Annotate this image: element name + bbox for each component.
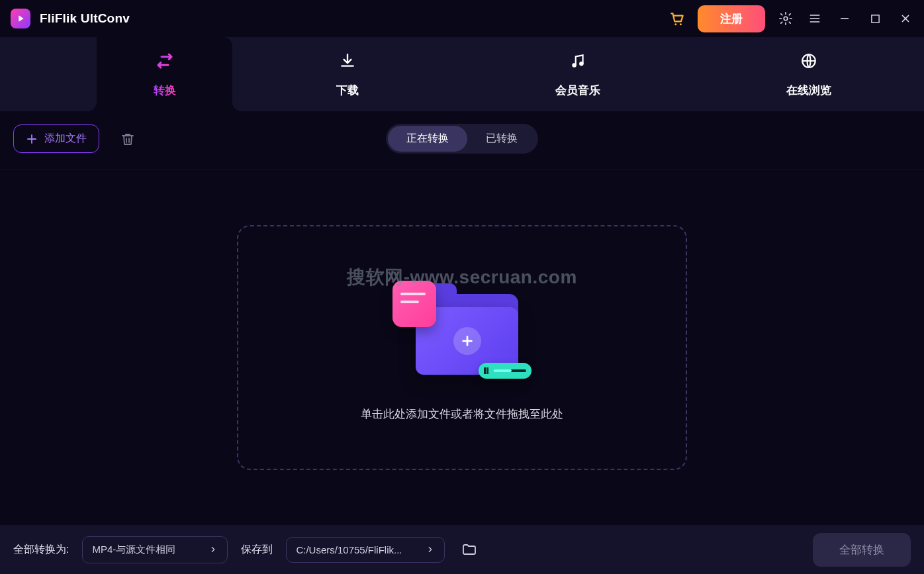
close-button[interactable] — [896, 9, 915, 28]
tab-convert[interactable]: 转换 — [97, 37, 232, 111]
status-tab-converted[interactable]: 已转换 — [467, 126, 536, 152]
tab-download[interactable]: 下载 — [232, 37, 463, 111]
gear-icon — [778, 11, 793, 26]
output-format-value: MP4-与源文件相同 — [92, 544, 175, 556]
tab-label: 下载 — [336, 83, 359, 98]
status-tabs: 正在转换 已转换 — [386, 124, 538, 154]
tab-label: 转换 — [154, 83, 176, 98]
app-title: FliFlik UltConv — [40, 11, 130, 26]
chevron-right-icon — [208, 545, 218, 554]
title-bar: FliFlik UltConv 注册 — [0, 0, 924, 37]
tab-label: 会员音乐 — [555, 83, 600, 98]
svg-point-0 — [674, 23, 676, 25]
output-path-value: C:/Users/10755/FliFlik... — [296, 544, 402, 555]
register-button[interactable]: 注册 — [698, 5, 765, 32]
cart-button[interactable] — [669, 10, 686, 27]
tab-music[interactable]: 会员音乐 — [463, 37, 693, 111]
delete-button[interactable] — [115, 126, 140, 152]
maximize-icon — [870, 14, 880, 24]
main-tabs: 转换 下载 会员音乐 在线浏览 — [0, 37, 924, 111]
svg-point-1 — [680, 23, 682, 25]
output-format-select[interactable]: MP4-与源文件相同 — [82, 536, 228, 563]
bottom-bar: 全部转换为: MP4-与源文件相同 保存到 C:/Users/10755/Fli… — [0, 525, 924, 574]
maximize-button[interactable] — [866, 9, 884, 28]
close-icon — [900, 13, 911, 24]
chevron-right-icon — [426, 545, 435, 554]
convert-to-label: 全部转换为: — [13, 543, 69, 557]
svg-point-5 — [580, 62, 584, 66]
toolbar: 添加文件 正在转换 已转换 — [0, 111, 924, 169]
download-icon — [338, 51, 357, 71]
save-to-label: 保存到 — [241, 543, 273, 557]
svg-point-2 — [784, 17, 788, 21]
hamburger-icon — [808, 12, 821, 25]
tab-browse[interactable]: 在线浏览 — [694, 37, 924, 111]
convert-all-button[interactable]: 全部转换 — [813, 533, 911, 567]
plus-icon — [26, 133, 38, 145]
svg-rect-3 — [871, 15, 878, 22]
music-icon — [568, 51, 588, 71]
minimize-button[interactable] — [835, 9, 854, 28]
add-file-label: 添加文件 — [44, 132, 87, 146]
app-logo-icon — [11, 9, 30, 28]
content-area: 单击此处添加文件或者将文件拖拽至此处 — [0, 169, 924, 526]
drop-zone-text: 单击此处添加文件或者将文件拖拽至此处 — [361, 407, 563, 422]
minimize-icon — [839, 13, 850, 24]
output-path-select[interactable]: C:/Users/10755/FliFlik... — [286, 537, 445, 563]
open-folder-button[interactable] — [458, 538, 481, 561]
menu-button[interactable] — [806, 10, 823, 27]
trash-icon — [120, 131, 136, 147]
cart-icon — [669, 10, 686, 27]
settings-button[interactable] — [777, 10, 794, 27]
status-tab-converting[interactable]: 正在转换 — [388, 126, 467, 152]
titlebar-actions: 注册 — [669, 5, 915, 32]
drop-zone[interactable]: 单击此处添加文件或者将文件拖拽至此处 — [237, 225, 687, 470]
tab-label: 在线浏览 — [786, 83, 831, 98]
globe-icon — [799, 51, 819, 71]
convert-icon — [155, 51, 175, 71]
add-file-button[interactable]: 添加文件 — [13, 124, 99, 153]
svg-point-4 — [573, 63, 577, 68]
folder-illustration-icon — [393, 274, 531, 387]
folder-icon — [461, 542, 477, 557]
